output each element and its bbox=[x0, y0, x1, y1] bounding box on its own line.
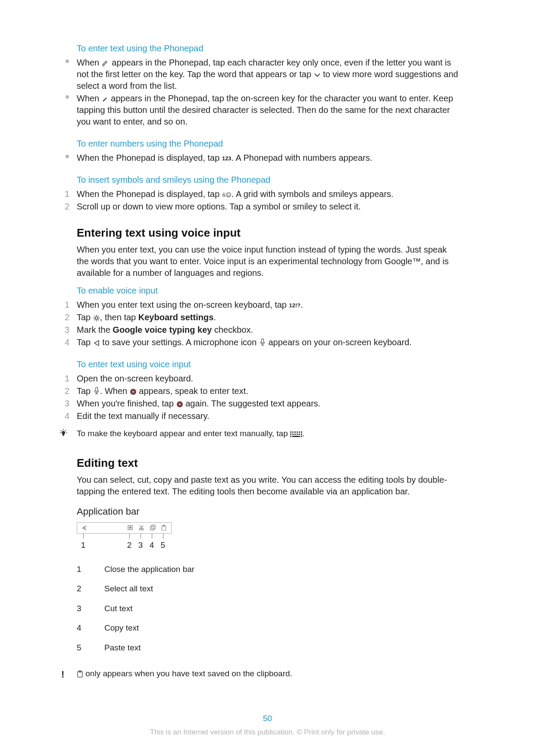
important-icon: ! bbox=[61, 668, 64, 681]
bullet-item: When appears in the Phonepad, tap the on… bbox=[66, 93, 459, 128]
document-page: To enter text using the Phonepad When ap… bbox=[0, 0, 535, 756]
list-item: 1 When the Phonepad is displayed, tap . … bbox=[66, 188, 459, 200]
list-item: 4 Edit the text manually if necessary. bbox=[66, 410, 459, 422]
list-text: Tap to save your settings. A microphone … bbox=[77, 337, 459, 348]
list-item: 2 Tap , then tap Keyboard settings. bbox=[66, 312, 459, 323]
note-row: ! only appears when you have text saved … bbox=[62, 668, 459, 679]
legend-value: Cut text bbox=[104, 603, 459, 614]
appbar-select-all bbox=[125, 522, 136, 534]
key-123-icon: 123 bbox=[222, 155, 232, 162]
list-text: Tap . When appears, speak to enter text. bbox=[77, 385, 459, 397]
appbar-copy bbox=[147, 522, 158, 534]
subheading-enter-text-phonepad: To enter text using the Phonepad bbox=[77, 43, 459, 54]
heading-entering-text-voice: Entering text using voice input bbox=[77, 225, 459, 241]
subheading-enable-voice-input: To enable voice input bbox=[77, 285, 459, 297]
legend-value: Copy text bbox=[104, 622, 459, 634]
legend-key: 3 bbox=[77, 603, 104, 614]
list-item: 3 When you're finished, tap again. The s… bbox=[66, 398, 459, 409]
legend-row: 5Paste text bbox=[77, 642, 459, 653]
symbols-smiley-icon bbox=[222, 191, 232, 198]
legend-key: 1 bbox=[77, 564, 104, 575]
list-item: 2 Scroll up or down to view more options… bbox=[66, 201, 459, 212]
gear-icon bbox=[93, 315, 100, 322]
legend-row: 1Close the application bar bbox=[77, 564, 459, 575]
legend-value: Close the application bar bbox=[104, 564, 459, 575]
application-bar bbox=[77, 522, 172, 534]
heading-editing-text: Editing text bbox=[77, 456, 459, 471]
list-item: 4 Tap to save your settings. A microphon… bbox=[66, 337, 459, 348]
list-text: When you enter text using the on-screen … bbox=[77, 299, 459, 311]
chevron-down-icon bbox=[314, 72, 321, 78]
bullet-item: When the Phonepad is displayed, tap 123.… bbox=[66, 152, 459, 164]
paragraph: You can select, cut, copy and paste text… bbox=[77, 474, 459, 497]
tip-row: To make the keyboard appear and enter te… bbox=[62, 428, 459, 439]
subheading-application-bar: Application bar bbox=[77, 505, 459, 518]
paragraph: When you enter text, you can use the voi… bbox=[77, 244, 459, 279]
legend-value: Paste text bbox=[104, 642, 459, 653]
list-item: 1 Open the on-screen keyboard. bbox=[66, 373, 459, 384]
list-item: 2 Tap . When appears, speak to enter tex… bbox=[66, 385, 459, 397]
list-text: Scroll up or down to view more options. … bbox=[77, 201, 459, 212]
bullet-text: When the Phonepad is displayed, tap 123.… bbox=[77, 152, 459, 164]
microphone-icon bbox=[93, 387, 100, 394]
subheading-enter-numbers-phonepad: To enter numbers using the Phonepad bbox=[77, 138, 459, 150]
legend-key: 5 bbox=[77, 642, 104, 653]
legend-value: Select all text bbox=[104, 583, 459, 594]
appbar-close bbox=[79, 522, 90, 534]
list-text: Open the on-screen keyboard. bbox=[77, 373, 459, 384]
record-dot-icon bbox=[130, 388, 137, 395]
pen-icon bbox=[102, 95, 109, 103]
list-text: Tap , then tap Keyboard settings. bbox=[77, 312, 459, 323]
appbar-cut bbox=[136, 522, 147, 534]
bullet-item: When appears in the Phonepad, tap each c… bbox=[66, 57, 459, 92]
list-text: Edit the text manually if necessary. bbox=[77, 410, 459, 422]
tip-bulb-icon bbox=[59, 429, 67, 437]
subheading-enter-text-voice: To enter text using voice input bbox=[77, 359, 459, 370]
content-column: To enter text using the Phonepad When ap… bbox=[77, 37, 459, 683]
back-icon bbox=[93, 340, 100, 347]
list-item: 3 Mark the Google voice typing key check… bbox=[66, 324, 459, 336]
microphone-icon bbox=[259, 338, 266, 346]
page-number: 50 bbox=[0, 713, 535, 724]
legend-row: 3Cut text bbox=[77, 603, 459, 614]
legend-key: 2 bbox=[77, 583, 104, 594]
list-text: When you're finished, tap again. The sug… bbox=[77, 398, 459, 409]
list-text: When the Phonepad is displayed, tap . A … bbox=[77, 188, 459, 200]
key-12iq-icon: 12!? bbox=[289, 302, 301, 309]
legend-row: 2Select all text bbox=[77, 583, 459, 594]
footer-text: This is an Internet version of this publ… bbox=[0, 728, 535, 737]
clipboard-icon bbox=[77, 670, 83, 678]
list-item: 1 When you enter text using the on-scree… bbox=[66, 299, 459, 311]
pen-underline-icon bbox=[102, 59, 110, 67]
legend-row: 4Copy text bbox=[77, 622, 459, 634]
application-bar-legend: 1Close the application bar2Select all te… bbox=[77, 564, 459, 653]
list-text: Mark the Google voice typing key checkbo… bbox=[77, 324, 459, 336]
record-dot-icon bbox=[176, 401, 183, 408]
bullet-text: When appears in the Phonepad, tap the on… bbox=[77, 93, 459, 128]
application-bar-figure: 1 2 3 4 5 bbox=[77, 522, 172, 549]
legend-key: 4 bbox=[77, 622, 104, 634]
appbar-paste bbox=[158, 522, 169, 534]
keyboard-icon bbox=[290, 431, 302, 437]
bullet-text: When appears in the Phonepad, tap each c… bbox=[77, 57, 459, 92]
application-bar-callouts: 1 2 3 4 5 bbox=[77, 540, 172, 549]
subheading-insert-symbols-phonepad: To insert symbols and smileys using the … bbox=[77, 174, 459, 186]
